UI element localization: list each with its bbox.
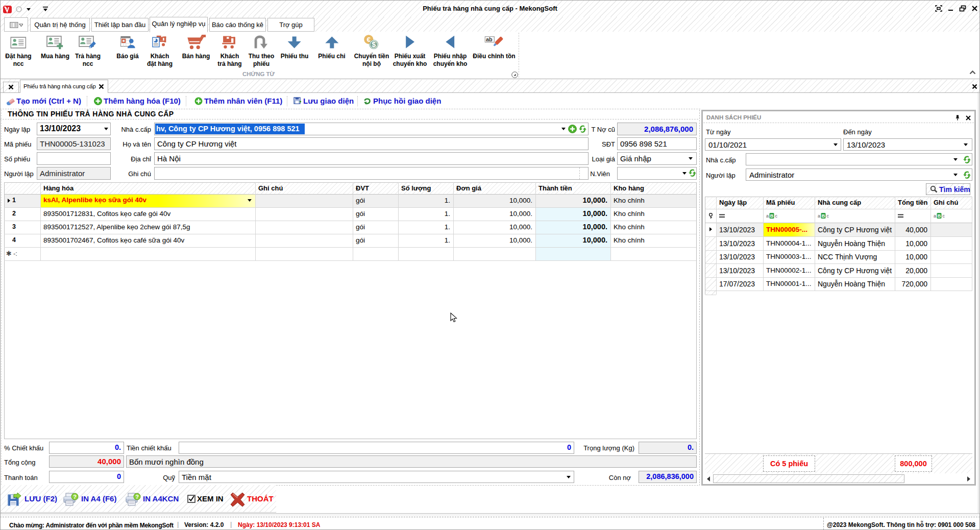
svg-text:a: a xyxy=(818,213,820,219)
svg-text:B: B xyxy=(938,213,941,219)
svg-text:B: B xyxy=(822,213,825,219)
svg-text:c: c xyxy=(827,213,829,219)
svg-text:$: $ xyxy=(372,40,376,49)
svg-text:ab: ab xyxy=(486,36,493,42)
svg-text:?: ? xyxy=(73,494,77,500)
svg-text:B: B xyxy=(770,213,774,219)
svg-text:a: a xyxy=(934,213,936,219)
svg-text:?: ? xyxy=(135,494,139,500)
svg-text:c: c xyxy=(943,213,945,219)
svg-text:a: a xyxy=(766,213,769,219)
svg-text:c: c xyxy=(775,213,778,219)
